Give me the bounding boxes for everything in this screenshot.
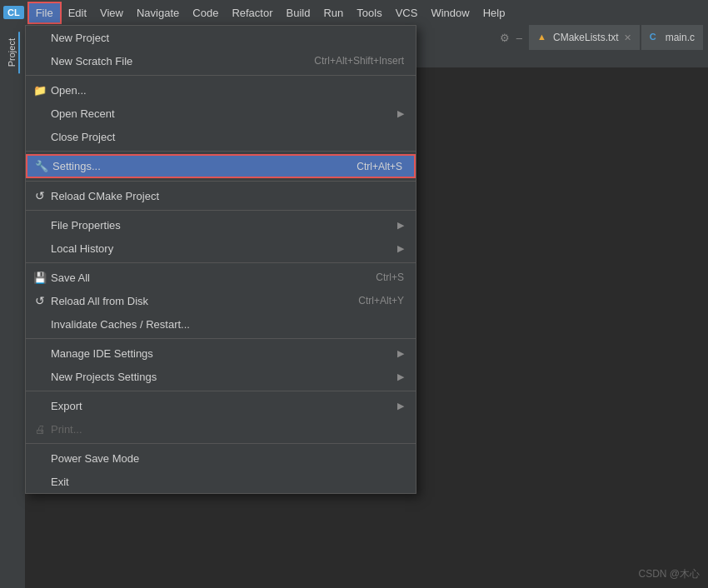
menu-item-invalidate-caches[interactable]: Invalidate Caches / Restart... [26,312,416,336]
menu-item-invalidate-caches-label: Invalidate Caches / Restart... [51,318,190,331]
menu-item-open-label: Open... [51,84,87,97]
menu-item-open-recent[interactable]: Open Recent ▶ [26,102,416,125]
menu-navigate[interactable]: Navigate [130,3,186,22]
menu-code[interactable]: Code [186,3,225,22]
tab-cmakelists[interactable]: ▲ CMakeLists.txt ✕ [529,25,640,50]
menu-item-new-projects-settings-label: New Projects Settings [51,371,157,383]
separator-6 [26,338,416,339]
menu-item-exit-label: Exit [51,476,69,488]
menu-item-power-save-mode-label: Power Save Mode [51,452,139,465]
menu-item-manage-ide-label: Manage IDE Settings [51,347,153,360]
menu-item-new-scratch-file[interactable]: New Scratch File Ctrl+Alt+Shift+Insert [26,49,416,72]
save-all-shortcut: Ctrl+S [376,272,404,283]
save-icon: 💾 [32,272,47,284]
menu-item-settings[interactable]: 🔧 Settings... Ctrl+Alt+S [26,154,416,178]
menu-item-power-save-mode[interactable]: Power Save Mode [26,446,416,470]
menu-item-save-all[interactable]: 💾 Save All Ctrl+S [26,266,416,289]
settings-icon[interactable]: ⚙ [500,32,510,44]
menu-edit[interactable]: Edit [62,3,93,22]
menu-item-local-history-label: Local History [51,242,113,255]
menu-refactor[interactable]: Refactor [225,3,279,22]
cpp-icon: C [650,32,661,43]
menu-view[interactable]: View [93,3,130,22]
local-history-arrow: ▶ [397,243,404,254]
menu-file[interactable]: File [27,2,62,24]
reload-disk-shortcut: Ctrl+Alt+Y [358,295,404,306]
settings-shortcut: Ctrl+Alt+S [356,161,402,172]
separator-4 [26,210,416,211]
menu-window[interactable]: Window [424,3,476,22]
export-arrow: ▶ [397,401,404,411]
menu-bar: CL File Edit View Navigate Code Refactor… [0,0,708,25]
menu-item-close-project-label: Close Project [51,131,115,143]
file-properties-arrow: ▶ [397,220,404,231]
settings-wrench-icon: 🔧 [34,160,49,172]
menu-item-exit[interactable]: Exit [26,470,416,493]
menu-item-reload-cmake-label: Reload CMake Project [51,190,159,202]
menu-run[interactable]: Run [317,3,350,22]
cmake-icon: ▲ [537,32,549,43]
open-recent-arrow: ▶ [397,108,404,119]
new-scratch-file-shortcut: Ctrl+Alt+Shift+Insert [314,55,404,67]
sidebar-tab-project[interactable]: Project [5,32,20,73]
separator-7 [26,391,416,391]
separator-1 [26,75,416,76]
reload-cmake-icon: ↺ [32,189,47,202]
menu-item-file-properties-label: File Properties [51,219,121,232]
reload-disk-icon: ↺ [32,294,47,307]
print-icon: 🖨 [32,423,47,436]
menu-item-manage-ide[interactable]: Manage IDE Settings ▶ [26,341,416,365]
menu-item-reload-cmake[interactable]: ↺ Reload CMake Project [26,184,416,207]
menu-item-close-project[interactable]: Close Project [26,125,416,148]
minimize-icon[interactable]: – [516,32,522,44]
new-projects-settings-arrow: ▶ [397,371,404,382]
menu-item-new-scratch-file-label: New Scratch File [51,55,132,67]
left-sidebar: Project [0,25,25,588]
menu-item-new-project[interactable]: New Project [26,26,416,49]
menu-item-open[interactable]: 📁 Open... [26,78,416,102]
menu-item-save-all-label: Save All [51,272,90,284]
watermark: CSDN @木心 [638,567,700,581]
menu-item-file-properties[interactable]: File Properties ▶ [26,213,416,237]
menu-item-local-history[interactable]: Local History ▶ [26,237,416,260]
menu-item-reload-disk-label: Reload All from Disk [51,295,148,307]
menu-item-export[interactable]: Export ▶ [26,394,416,417]
separator-5 [26,262,416,263]
tab-cmakelists-close[interactable]: ✕ [624,32,631,43]
menu-item-new-project-label: New Project [51,32,109,44]
menu-vcs[interactable]: VCS [389,3,425,22]
menu-item-open-recent-label: Open Recent [51,107,115,120]
menu-item-export-label: Export [51,400,82,412]
menu-build[interactable]: Build [280,3,317,22]
manage-ide-arrow: ▶ [397,348,404,359]
menu-help[interactable]: Help [476,3,512,22]
menu-item-print: 🖨 Print... [26,417,416,441]
menu-tools[interactable]: Tools [350,3,388,22]
separator-8 [26,443,416,444]
separator-2 [26,151,416,152]
app-logo: CL [3,6,24,19]
tab-mainc[interactable]: C main.c [641,25,703,50]
menu-item-new-projects-settings[interactable]: New Projects Settings ▶ [26,365,416,388]
menu-item-reload-from-disk[interactable]: ↺ Reload All from Disk Ctrl+Alt+Y [26,289,416,312]
file-dropdown-menu: New Project New Scratch File Ctrl+Alt+Sh… [25,25,416,494]
menu-item-print-label: Print... [51,423,82,436]
open-folder-icon: 📁 [32,84,47,97]
separator-3 [26,181,416,182]
tab-cmakelists-label: CMakeLists.txt [553,32,619,43]
tab-mainc-label: main.c [666,32,695,43]
menu-item-settings-label: Settings... [52,160,101,172]
